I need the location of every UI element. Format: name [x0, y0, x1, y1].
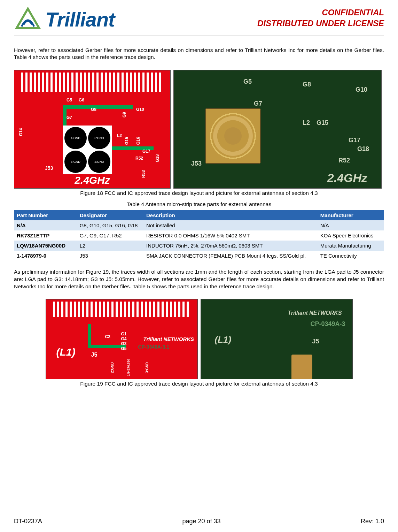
- ref-label: G7: [254, 100, 262, 107]
- pad-label: 4:GND: [64, 127, 87, 149]
- ref-label: G17: [142, 149, 150, 154]
- ref-label: R52: [135, 156, 143, 161]
- col-designator: Designator: [77, 210, 143, 220]
- ref-label: J5: [312, 338, 319, 345]
- doc-number: DT-0237A: [14, 518, 42, 525]
- cell-desc: INDUCTOR 75nH, 2%, 270mA 560mΩ, 0603 SMT: [143, 241, 318, 251]
- silk-label: CP-0349A-3.1: [138, 344, 170, 350]
- table-header-row: Part Number Designator Description Manuf…: [14, 210, 384, 220]
- cell-mfg: Murata Manufacturing: [318, 241, 384, 251]
- ref-label: G5: [121, 346, 127, 351]
- sma-footprint-icon: 4:GND 5:GND 3:GND 2:GND: [63, 126, 112, 174]
- cell-desig: G7, G9, G17, R52: [77, 230, 143, 241]
- ref-label: R52: [338, 157, 350, 164]
- cell-pn: LQW18AN75NG00D: [14, 241, 77, 251]
- cell-desc: Not installed: [143, 220, 318, 230]
- figure-19-layout: G1 G3 G4 G5 C2 2:GND 3:GND 1N4270.550 Tr…: [46, 299, 198, 379]
- table-row: RK73Z1ETTP G7, G9, G17, R52 RESISTOR 0.0…: [14, 230, 384, 241]
- ref-label: G4: [121, 336, 127, 341]
- logo: Trilliant: [14, 7, 115, 31]
- pad-label: 2:GND: [88, 151, 110, 173]
- trace-icon: [88, 345, 126, 348]
- table-row: N/A G8, G10, G15, G16, G18 Not installed…: [14, 220, 384, 230]
- col-manufacturer: Manufacturer: [318, 210, 384, 220]
- ref-label: G14: [18, 128, 23, 136]
- figure-18-caption: Figure 18 FCC and IC approved trace desi…: [14, 190, 384, 196]
- silk-label: CP-0349A-3: [310, 320, 345, 328]
- ref-label: C2: [105, 334, 110, 339]
- pad-label: 3:GND: [64, 151, 87, 173]
- ref-label: J53: [191, 160, 202, 167]
- confidentiality-block: CONFIDENTIAL DISTRIBUTED UNDER LICENSE: [257, 7, 384, 29]
- ref-label: G7: [67, 115, 72, 120]
- cell-mfg: N/A: [318, 220, 384, 230]
- cell-pn: RK73Z1ETTP: [14, 230, 77, 241]
- cell-desc: RESISTOR 0.0 OHMS 1/16W 5% 0402 SMT: [143, 230, 318, 241]
- ref-label: G16: [136, 137, 141, 145]
- ref-label: G18: [155, 154, 160, 162]
- paragraph-1: However, refer to associated Gerber file…: [14, 47, 384, 61]
- ref-label: G18: [357, 145, 369, 153]
- pad-label: 5:GND: [88, 127, 110, 149]
- ref-label: R53: [141, 170, 146, 178]
- cell-desc: SMA JACK CONNECTOR (FEMALE) PCB Mount 4 …: [143, 251, 318, 261]
- page-number: page 20 of 33: [182, 518, 220, 525]
- figure-19-row: G1 G3 G4 G5 C2 2:GND 3:GND 1N4270.550 Tr…: [14, 299, 384, 379]
- band-label: 2.4GHz: [327, 171, 367, 185]
- ref-label: J53: [45, 165, 53, 171]
- cell-desig: J53: [77, 251, 143, 261]
- ref-label: 2:GND: [110, 362, 114, 373]
- ref-label: G8: [91, 107, 96, 112]
- figure-19-caption: Figure 19 FCC and IC approved trace desi…: [14, 381, 384, 387]
- table-row: LQW18AN75NG00D L2 INDUCTOR 75nH, 2%, 270…: [14, 241, 384, 251]
- ref-label: G6: [79, 98, 84, 102]
- ref-label: J5: [91, 352, 97, 358]
- col-description: Description: [143, 210, 318, 220]
- page-footer: DT-0237A page 20 of 33 Rev: 1.0: [14, 514, 384, 525]
- ref-label: 1N4270.550: [126, 359, 130, 376]
- cell-pn: 1-1478979-0: [14, 251, 77, 261]
- ref-label: G10: [136, 107, 144, 112]
- distributed-label: DISTRIBUTED UNDER LICENSE: [257, 18, 384, 29]
- sma-connector-icon: [291, 355, 312, 379]
- silk-logo-text: Trilliant NETWORKS: [143, 336, 194, 342]
- ref-label: G9: [122, 112, 127, 117]
- col-part-number: Part Number: [14, 210, 77, 220]
- lga-pads-icon: [21, 73, 163, 92]
- header-rule: [14, 36, 384, 36]
- ref-label: L2: [303, 119, 310, 127]
- ref-label: G5: [243, 78, 252, 85]
- ref-label: 3:GND: [145, 362, 149, 373]
- silk-logo-text: Trilliant NETWORKS: [288, 310, 342, 316]
- table-4: Part Number Designator Description Manuf…: [14, 210, 384, 261]
- confidential-label: CONFIDENTIAL: [257, 7, 384, 18]
- figure-19-photo: Trilliant NETWORKS CP-0349A-3 (L1) J5: [201, 299, 353, 379]
- ref-label: G15: [317, 119, 328, 127]
- cell-desig: G8, G10, G15, G16, G18: [77, 220, 143, 230]
- cell-desig: L2: [77, 241, 143, 251]
- ref-label: G15: [124, 137, 129, 145]
- cell-mfg: KOA Speer Electronics: [318, 230, 384, 241]
- ref-label: (L1): [215, 334, 232, 345]
- ref-label: G8: [303, 81, 311, 88]
- logo-icon: [14, 7, 42, 31]
- figure-18-layout: G5 G6 G7 G8 G9 G10 G14 G15 G16 G17 G18 L…: [14, 70, 171, 189]
- ref-label: (L1): [56, 346, 76, 358]
- ref-label: G3: [121, 341, 127, 346]
- table-row: 1-1478979-0 J53 SMA JACK CONNECTOR (FEMA…: [14, 251, 384, 261]
- table-4-caption: Table 4 Antenna micro-strip trace parts …: [14, 201, 384, 207]
- paragraph-2: As preliminary information for Figure 19…: [14, 268, 384, 290]
- sma-connector-icon: [205, 108, 261, 164]
- cell-mfg: TE Connectivity: [318, 251, 384, 261]
- figure-18-photo: G5 G7 G8 G10 L2 G15 G17 G18 R52 J53 2.4G…: [173, 70, 382, 189]
- ref-label: G10: [356, 86, 367, 93]
- trace-icon: [63, 105, 133, 109]
- cell-pn: N/A: [14, 220, 77, 230]
- ref-label: G1: [121, 332, 127, 336]
- revision: Rev: 1.0: [361, 518, 384, 525]
- ref-label: G5: [67, 98, 72, 102]
- ref-label: L2: [117, 133, 122, 138]
- logo-text: Trilliant: [45, 8, 115, 31]
- ref-label: G17: [349, 137, 360, 144]
- page-header: Trilliant CONFIDENTIAL DISTRIBUTED UNDER…: [14, 7, 384, 31]
